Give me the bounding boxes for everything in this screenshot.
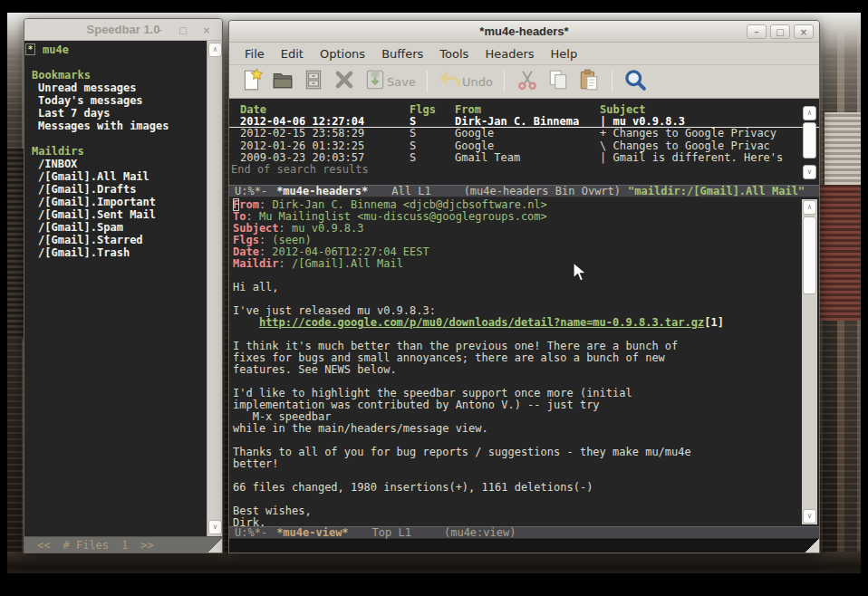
close-buffer-button[interactable]: [329, 68, 360, 95]
scroll-up-icon[interactable]: ∧: [803, 200, 816, 215]
speedbar-statusbar: << # Files 1 >>: [24, 536, 222, 553]
open-folder-icon: [271, 68, 294, 95]
speedbar-root-item[interactable]: * mu4e: [24, 43, 207, 56]
speedbar-window: Speedbar 1.0 –□× * mu4e BookmarksUnread …: [24, 18, 223, 553]
emacs-window-buttons: –□×: [747, 24, 814, 39]
scrollbar-thumb[interactable]: [803, 122, 816, 159]
speedbar-item[interactable]: Unread messages: [24, 82, 207, 94]
speedbar-item[interactable]: /[Gmail].Trash: [24, 246, 207, 259]
search-button[interactable]: [620, 68, 651, 95]
body-line: 66 files changed, 1980 insertions(+), 11…: [233, 482, 797, 494]
speedbar-next-button[interactable]: >>: [140, 539, 153, 552]
body-line: Thanks to all of you for bug reports / s…: [233, 447, 797, 458]
scrollbar-thumb[interactable]: [803, 216, 816, 294]
headers-scrollbar[interactable]: ∧ ∨: [802, 106, 817, 179]
menu-file[interactable]: File: [238, 44, 271, 63]
new-file-button[interactable]: [236, 68, 267, 95]
speedbar-content: * mu4e BookmarksUnread messagesToday's m…: [24, 41, 207, 536]
close-button[interactable]: ×: [197, 23, 217, 37]
menu-headers[interactable]: Headers: [478, 44, 540, 63]
save-button[interactable]: [360, 68, 391, 95]
speedbar-item[interactable]: /[Gmail].Spam: [24, 221, 207, 234]
speedbar-item[interactable]: Last 7 days: [24, 107, 207, 120]
dired-button[interactable]: [298, 68, 329, 95]
resize-grip[interactable]: [805, 539, 819, 553]
modeline-position: All L1: [391, 186, 430, 197]
undo-label: Undo: [462, 75, 493, 89]
modeline-search-query: "maildir:/[Gmail].All Mail": [628, 186, 805, 197]
copy-icon: [546, 68, 570, 95]
menu-tools[interactable]: Tools: [433, 44, 475, 63]
body-line: [233, 494, 797, 505]
text-cursor: F: [233, 198, 239, 211]
modeline-flags: U:%*-: [235, 186, 267, 197]
speedbar-prev-button[interactable]: <<: [37, 539, 50, 552]
body-line: while in the main/headers/message view.: [233, 423, 797, 435]
cut-button[interactable]: [512, 68, 543, 95]
menu-buffers[interactable]: Buffers: [375, 44, 429, 63]
scroll-down-icon[interactable]: ∨: [803, 165, 816, 179]
copy-button[interactable]: [543, 68, 574, 95]
scroll-down-icon[interactable]: ∨: [803, 509, 816, 524]
open-file-button[interactable]: [267, 68, 298, 95]
mu4e-headers-pane: Date Flgs From Subject 2012-04-06 12:27:…: [229, 99, 819, 185]
scroll-down-icon[interactable]: ∨: [208, 520, 222, 534]
speedbar-expand-icon[interactable]: *: [25, 43, 35, 55]
paste-button[interactable]: [574, 68, 604, 95]
headers-modeline: U:%*- *mu4e-headers* All L1 (mu4e-header…: [229, 185, 819, 197]
body-line: features. See NEWS below.: [233, 364, 797, 376]
speedbar-titlebar[interactable]: Speedbar 1.0 –□×: [24, 19, 222, 41]
speedbar-item[interactable]: /[Gmail].Starred: [24, 234, 207, 246]
minimize-button[interactable]: –: [747, 24, 767, 39]
column-subject[interactable]: Subject: [600, 104, 799, 116]
resize-grip[interactable]: [208, 539, 222, 553]
minimize-button[interactable]: –: [149, 23, 169, 37]
emacs-titlebar[interactable]: *mu4e-headers* –□×: [229, 21, 819, 43]
body-line: [233, 270, 797, 282]
menu-options[interactable]: Options: [313, 44, 371, 63]
menu-edit[interactable]: Edit: [275, 44, 310, 63]
emacs-title: *mu4e-headers*: [229, 24, 819, 38]
speedbar-item[interactable]: /INBOX: [24, 158, 207, 170]
modeline-buffer-name: *mu4e-view*: [276, 527, 348, 538]
toolbar: Save Undo: [229, 65, 819, 99]
message-row[interactable]: 2012-02-15 23:58:29SGoogle+ Changes to G…: [229, 128, 819, 139]
speedbar-item[interactable]: /[Gmail].All Mail: [24, 170, 207, 183]
scroll-up-icon[interactable]: ∧: [208, 43, 222, 57]
speedbar-scrollbar[interactable]: ∧ ∨: [207, 41, 222, 536]
speedbar-item[interactable]: Messages with images: [24, 120, 207, 132]
toolbar-separator: [612, 71, 612, 92]
message-row[interactable]: 2012-01-26 01:32:25SGoogle\ Changes to G…: [229, 140, 819, 152]
message-field-subject: Subject: mu v0.9.8.3: [233, 223, 797, 235]
maximize-button[interactable]: □: [770, 24, 790, 39]
close-button[interactable]: ×: [794, 24, 814, 39]
mu4e-view-pane: From: Dirk-Jan C. Binnema <djcb@djcbsoft…: [229, 197, 819, 526]
end-of-results-text: End of search results: [229, 164, 819, 176]
undo-icon: [439, 68, 462, 95]
body-line: better!: [233, 458, 797, 470]
echo-area[interactable]: [229, 539, 819, 553]
save-label: Save: [387, 75, 416, 89]
close-icon: [333, 68, 356, 95]
body-line: Best wishes,: [233, 505, 797, 517]
column-flags[interactable]: Flgs: [410, 104, 455, 116]
speedbar-item[interactable]: /[Gmail].Sent Mail: [24, 208, 207, 221]
speedbar-item[interactable]: /[Gmail].Drafts: [24, 183, 207, 196]
maximize-button[interactable]: □: [173, 23, 193, 37]
message-row[interactable]: 2009-03-23 20:03:57SGmail Team| Gmail is…: [229, 152, 819, 164]
view-scrollbar[interactable]: ∧ ∨: [802, 199, 817, 524]
speedbar-item[interactable]: /[Gmail].Important: [24, 196, 207, 208]
body-line: Hi all,: [233, 282, 797, 293]
modeline-modes: (mu4e-headers Bin Ovwrt): [464, 186, 621, 197]
modeline-buffer-name: *mu4e-headers*: [276, 186, 368, 197]
speedbar-item[interactable]: Today's messages: [24, 94, 207, 107]
menu-help[interactable]: Help: [545, 44, 584, 63]
speedbar-section-maildirs: Maildirs: [24, 145, 207, 158]
speedbar-section-bookmarks: Bookmarks: [24, 69, 207, 82]
wallpaper-street: [7, 552, 861, 573]
wallpaper-building: [819, 185, 861, 321]
download-link[interactable]: http://code.google.com/p/mu0/downloads/d…: [259, 316, 704, 329]
menu-bar: FileEditOptionsBuffersToolsHeadersHelp: [229, 43, 819, 65]
undo-button[interactable]: [435, 68, 466, 95]
scroll-up-icon[interactable]: ∧: [803, 106, 816, 120]
